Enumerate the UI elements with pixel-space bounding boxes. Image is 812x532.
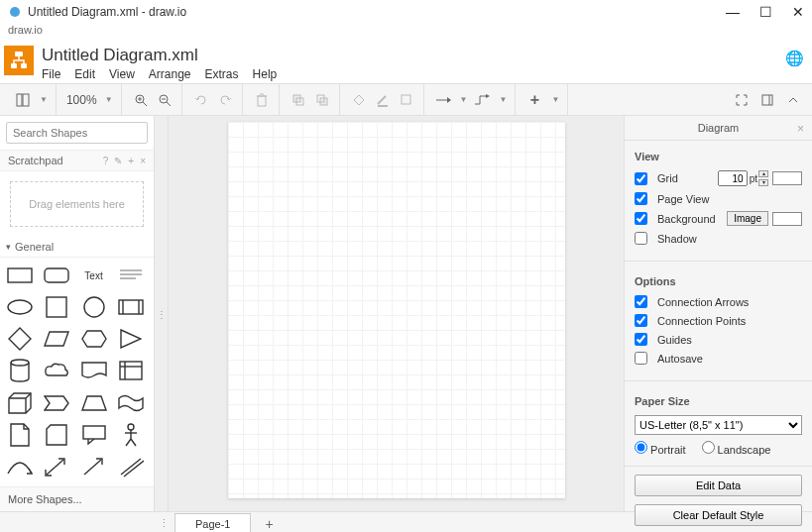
line-color-button[interactable] bbox=[374, 91, 392, 109]
menu-help[interactable]: Help bbox=[253, 67, 278, 81]
shape-tape[interactable] bbox=[117, 393, 145, 413]
background-image-button[interactable]: Image bbox=[727, 211, 768, 226]
zoom-out-button[interactable] bbox=[156, 91, 174, 109]
more-shapes-button[interactable]: More Shapes... bbox=[0, 486, 154, 511]
shape-cube[interactable] bbox=[6, 393, 34, 413]
portrait-radio-label[interactable]: Portrait bbox=[635, 441, 686, 456]
canvas-area[interactable] bbox=[169, 116, 624, 511]
chevron-down-icon[interactable]: ▼ bbox=[551, 95, 559, 104]
shape-diamond[interactable] bbox=[6, 329, 34, 349]
menu-arrange[interactable]: Arrange bbox=[149, 67, 191, 81]
chevron-down-icon[interactable]: ▼ bbox=[499, 95, 507, 104]
maximize-button[interactable]: ☐ bbox=[759, 4, 772, 20]
shape-text[interactable]: Text bbox=[80, 266, 108, 285]
shape-callout[interactable] bbox=[80, 425, 108, 445]
shape-cylinder[interactable] bbox=[6, 361, 34, 380]
edit-data-button[interactable]: Edit Data bbox=[635, 475, 802, 496]
clear-default-style-button[interactable]: Clear Default Style bbox=[635, 504, 802, 526]
to-back-button[interactable] bbox=[313, 91, 331, 109]
background-color-swatch[interactable] bbox=[772, 212, 802, 226]
edit-icon[interactable]: ✎ bbox=[114, 156, 122, 166]
fullscreen-button[interactable] bbox=[733, 91, 751, 109]
shape-curve[interactable] bbox=[6, 457, 34, 477]
shape-hexagon[interactable] bbox=[80, 329, 108, 349]
shape-note[interactable] bbox=[6, 425, 34, 445]
document-title[interactable]: Untitled Diagram.xml bbox=[42, 46, 277, 65]
shape-document[interactable] bbox=[80, 361, 108, 380]
help-icon[interactable]: ? bbox=[103, 156, 109, 166]
canvas-page[interactable] bbox=[228, 122, 565, 498]
zoom-level[interactable]: 100% bbox=[66, 93, 97, 107]
shape-circle[interactable] bbox=[80, 297, 108, 317]
delete-button[interactable] bbox=[253, 91, 271, 109]
add-page-button[interactable]: + bbox=[251, 512, 287, 533]
background-checkbox[interactable] bbox=[635, 212, 647, 225]
close-icon[interactable]: × bbox=[797, 122, 804, 136]
scratchpad-header[interactable]: Scratchpad ? ✎ + × bbox=[0, 150, 154, 171]
autosave-checkbox[interactable] bbox=[635, 352, 647, 365]
search-input[interactable] bbox=[7, 123, 155, 143]
menu-view[interactable]: View bbox=[109, 67, 135, 81]
menu-file[interactable]: File bbox=[42, 67, 60, 81]
shape-rectangle[interactable] bbox=[6, 266, 34, 285]
connection-button[interactable] bbox=[434, 91, 452, 109]
guides-checkbox[interactable] bbox=[635, 333, 647, 346]
view-mode-button[interactable] bbox=[14, 91, 32, 109]
connection-points-checkbox[interactable] bbox=[635, 314, 647, 327]
grid-color-swatch[interactable] bbox=[772, 171, 802, 185]
shape-trapezoid[interactable] bbox=[80, 393, 108, 413]
fill-color-button[interactable] bbox=[350, 91, 368, 109]
shape-step[interactable] bbox=[43, 393, 70, 413]
shape-arrow[interactable] bbox=[80, 457, 108, 477]
add-icon[interactable]: + bbox=[128, 156, 134, 166]
shadow-checkbox[interactable] bbox=[635, 232, 647, 245]
menu-extras[interactable]: Extras bbox=[205, 67, 239, 81]
shape-parallelogram[interactable] bbox=[43, 329, 70, 349]
format-panel-button[interactable] bbox=[758, 91, 776, 109]
chevron-down-icon[interactable]: ▼ bbox=[460, 95, 468, 104]
shape-ellipse[interactable] bbox=[6, 297, 34, 317]
undo-button[interactable] bbox=[192, 91, 210, 109]
minimize-button[interactable]: — bbox=[726, 4, 740, 20]
page-view-checkbox[interactable] bbox=[635, 192, 647, 205]
shape-card[interactable] bbox=[43, 425, 70, 445]
chevron-down-icon[interactable]: ▼ bbox=[40, 95, 48, 104]
grid-size-up[interactable]: ▴ bbox=[758, 170, 768, 177]
redo-button[interactable] bbox=[216, 91, 234, 109]
shape-rounded-rectangle[interactable] bbox=[43, 266, 70, 285]
tab-menu-button[interactable]: ⋮ bbox=[155, 517, 173, 530]
shape-cloud[interactable] bbox=[43, 361, 70, 380]
connection-arrows-checkbox[interactable] bbox=[635, 295, 647, 308]
general-section-header[interactable]: ▾ General bbox=[0, 237, 154, 258]
shape-triangle[interactable] bbox=[117, 329, 145, 349]
waypoint-button[interactable] bbox=[473, 91, 491, 109]
grid-checkbox[interactable] bbox=[635, 172, 647, 185]
chevron-down-icon[interactable]: ▼ bbox=[105, 95, 113, 104]
shadow-button[interactable] bbox=[398, 91, 415, 109]
paper-size-select[interactable]: US-Letter (8,5" x 11") bbox=[635, 415, 802, 435]
close-window-button[interactable]: ✕ bbox=[792, 4, 804, 20]
menu-edit[interactable]: Edit bbox=[74, 67, 95, 81]
shape-internal-storage[interactable] bbox=[117, 361, 145, 380]
scratchpad-dropzone[interactable]: Drag elements here bbox=[10, 181, 144, 227]
shape-textbox[interactable] bbox=[117, 266, 145, 285]
shape-bidirectional-arrow[interactable] bbox=[43, 457, 70, 477]
shape-line[interactable] bbox=[117, 457, 145, 477]
to-front-button[interactable] bbox=[290, 91, 307, 109]
insert-button[interactable]: + bbox=[525, 91, 543, 109]
shape-square[interactable] bbox=[43, 297, 70, 317]
landscape-radio-label[interactable]: Landscape bbox=[702, 441, 771, 456]
landscape-radio[interactable] bbox=[702, 441, 715, 454]
zoom-in-button[interactable] bbox=[132, 91, 150, 109]
portrait-radio[interactable] bbox=[635, 441, 647, 454]
outline-button[interactable] bbox=[784, 91, 802, 109]
app-logo bbox=[4, 46, 34, 75]
close-icon[interactable]: × bbox=[140, 156, 146, 166]
language-icon[interactable]: 🌐 bbox=[785, 50, 804, 67]
shape-actor[interactable] bbox=[117, 425, 145, 445]
page-tab-1[interactable]: Page-1 bbox=[174, 513, 251, 532]
grid-size-input[interactable] bbox=[718, 170, 748, 186]
shape-process[interactable] bbox=[117, 297, 145, 317]
grid-size-down[interactable]: ▾ bbox=[758, 179, 768, 186]
splitter-left[interactable]: ⋮ bbox=[155, 116, 169, 511]
